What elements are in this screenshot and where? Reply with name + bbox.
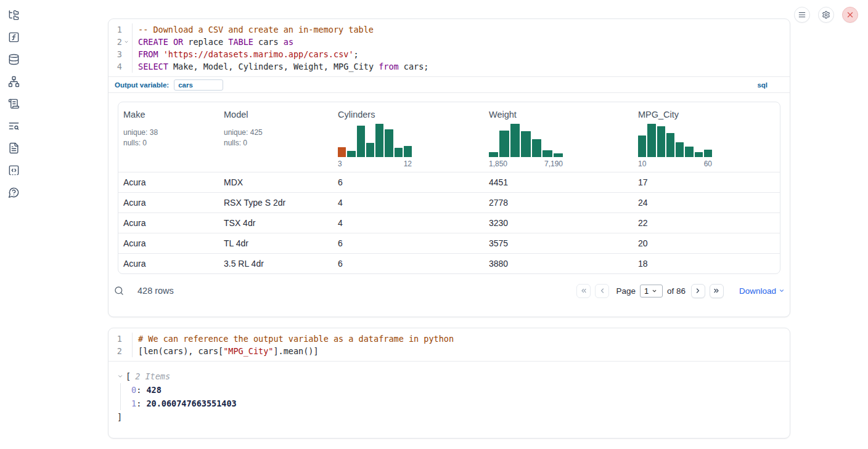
prev-page-button[interactable] [595, 284, 609, 298]
python-code-editor[interactable]: 1# We can reference the output variable … [108, 328, 790, 361]
column-header-cylinders[interactable]: Cylinders312 [333, 110, 484, 172]
histogram-bars [338, 124, 412, 157]
download-button[interactable]: Download [739, 286, 785, 296]
histogram-bar [499, 131, 509, 157]
functions-icon[interactable] [8, 31, 20, 43]
histogram-bar [395, 148, 403, 157]
snippets-icon[interactable] [8, 164, 20, 176]
axis-min-label: 10 [638, 160, 646, 172]
histogram-bar [542, 150, 552, 157]
code-token: [len(cars), cars[ [138, 346, 223, 356]
code-content: SELECT Make, Model, Cylinders, Weight, M… [132, 60, 428, 73]
histogram-bar [347, 151, 355, 157]
settings-button[interactable] [818, 7, 834, 23]
code-token: replace [183, 37, 228, 47]
code-token: ].mean()] [273, 346, 318, 356]
table-row[interactable]: AcuraRSX Type S 2dr4277824 [118, 192, 780, 212]
histogram-bar [554, 153, 563, 157]
item-value: 20.060747663551403 [146, 398, 236, 408]
line-number: 1 [108, 23, 122, 36]
table-footer: 428 rows Page 1 of 86 Download [108, 278, 790, 304]
logs-scroll-icon[interactable] [8, 98, 20, 110]
search-logs-icon[interactable] [8, 120, 20, 132]
table-output: Makeunique: 38nulls: 0Modelunique: 425nu… [108, 93, 790, 278]
code-content: # We can reference the output variable a… [132, 333, 454, 345]
page-select[interactable]: 1 [640, 285, 663, 297]
download-label: Download [739, 286, 776, 296]
output-list-item: 1: 20.060747663551403 [131, 397, 781, 410]
table-row[interactable]: AcuraMDX6445117 [118, 172, 780, 192]
code-token: ; [354, 49, 359, 59]
file-tree-icon[interactable] [8, 9, 20, 21]
python-cell: 1# We can reference the output variable … [108, 328, 790, 439]
last-page-button[interactable] [710, 284, 724, 298]
histogram-bar [666, 133, 674, 157]
code-line[interactable]: 2CREATE OR replace TABLE cars as [108, 36, 790, 48]
histogram-bar [704, 150, 712, 157]
code-token: # We can reference the output variable a… [138, 334, 454, 344]
axis-max-label: 60 [704, 160, 712, 172]
table-cell: Acura [118, 177, 219, 187]
table-row[interactable]: AcuraTL 4dr6357520 [118, 233, 780, 253]
column-header-mpg_city[interactable]: MPG_City1060 [633, 110, 780, 172]
code-line[interactable]: 4SELECT Make, Model, Cylinders, Weight, … [108, 60, 790, 73]
table-cell: 2778 [484, 198, 633, 208]
menu-button[interactable] [794, 7, 810, 23]
column-histogram: 312 [338, 124, 412, 172]
code-content: -- Download a CSV and create an in-memor… [132, 23, 374, 36]
histogram-axis-labels: 312 [338, 160, 412, 172]
code-line[interactable]: 3FROM 'https://datasets.marimo.app/cars.… [108, 48, 790, 60]
histogram-bar [647, 124, 655, 157]
close-bracket: ] [117, 410, 781, 424]
output-list-item: 0: 428 [131, 383, 781, 397]
output-list-header: [ 2 Items [117, 370, 781, 383]
search-icon[interactable] [114, 286, 124, 296]
code-content: FROM 'https://datasets.marimo.app/cars.c… [132, 48, 359, 60]
table-row[interactable]: AcuraTSX 4dr4323022 [118, 212, 780, 233]
output-list-items: 0: 4281: 20.060747663551403 [120, 383, 781, 410]
fold-gutter [122, 345, 130, 357]
histogram-bar [521, 131, 530, 157]
table-cell: Acura [118, 238, 219, 248]
language-badge: sql [757, 81, 768, 89]
collapse-chevron-icon[interactable] [117, 373, 123, 379]
fold-gutter [122, 23, 130, 36]
next-page-button[interactable] [691, 284, 705, 298]
fold-chevron-icon[interactable] [122, 36, 130, 48]
column-stat: nulls: 0 [123, 138, 219, 148]
sql-code-editor[interactable]: 1-- Download a CSV and create an in-memo… [108, 19, 790, 76]
documentation-icon[interactable] [8, 142, 20, 154]
table-row[interactable]: Acura3.5 RL 4dr6388018 [118, 253, 780, 273]
code-token: OR [173, 37, 183, 47]
histogram-bar [338, 147, 346, 157]
table-cell: TSX 4dr [219, 218, 333, 228]
code-token: 'https://datasets.marimo.app/cars.csv' [163, 49, 354, 59]
sql-cell: 1-- Download a CSV and create an in-memo… [108, 18, 790, 317]
first-page-button[interactable] [576, 284, 591, 298]
histogram-axis-labels: 1060 [638, 160, 712, 172]
code-token: cars [253, 37, 284, 47]
table-cell: 24 [633, 198, 780, 208]
column-histogram: 1,8507,190 [489, 124, 563, 172]
item-key: 0 [131, 385, 136, 395]
close-button[interactable] [842, 7, 858, 23]
code-token: SELECT [138, 62, 168, 71]
table-cell: 4 [333, 218, 484, 228]
code-content: [len(cars), cars["MPG_City"].mean()] [132, 345, 319, 357]
histogram-bar [657, 126, 665, 157]
help-icon[interactable] [8, 187, 20, 198]
output-variable-row: Output variable: sql [108, 77, 790, 92]
code-line[interactable]: 1-- Download a CSV and create an in-memo… [108, 23, 790, 36]
output-variable-input[interactable] [174, 79, 223, 91]
code-line[interactable]: 1# We can reference the output variable … [108, 333, 790, 345]
column-header-weight[interactable]: Weight1,8507,190 [484, 110, 633, 172]
dependency-graph-icon[interactable] [8, 76, 20, 87]
table-cell: 6 [333, 238, 484, 248]
column-header-make[interactable]: Makeunique: 38nulls: 0 [118, 110, 219, 172]
column-header-model[interactable]: Modelunique: 425nulls: 0 [219, 110, 333, 172]
line-number: 2 [108, 36, 122, 48]
database-icon[interactable] [8, 54, 20, 65]
item-colon: : [136, 385, 146, 395]
code-line[interactable]: 2[len(cars), cars["MPG_City"].mean()] [108, 345, 790, 357]
line-number: 3 [108, 48, 122, 60]
